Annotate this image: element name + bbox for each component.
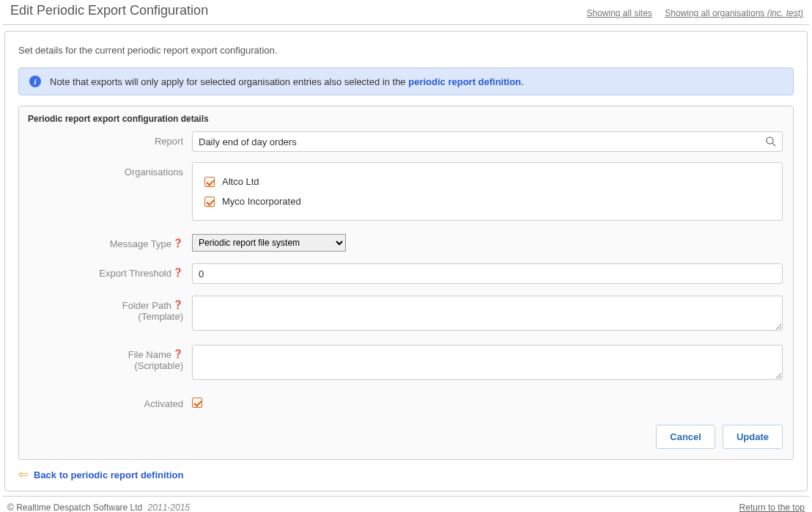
checkbox-icon[interactable] <box>204 197 215 207</box>
row-report: Report <box>19 128 793 155</box>
activated-checkbox[interactable] <box>192 398 202 408</box>
label-organisations: Organisations <box>29 162 188 178</box>
main-panel: Set details for the current periodic rep… <box>4 31 808 491</box>
organisations-box: Altco Ltd Myco Incorporated <box>192 162 783 221</box>
footer-copyright: © Realtime Despatch Software Ltd <box>7 502 142 512</box>
export-threshold-input[interactable] <box>192 263 783 284</box>
form-legend: Periodic report export configuration det… <box>19 106 793 128</box>
row-organisations: Organisations Altco Ltd Myco Incorporate… <box>19 159 793 224</box>
organisation-item: Myco Incorporated <box>204 191 770 211</box>
info-after: . <box>521 76 524 87</box>
back-row: ⇦ Back to periodic report definition <box>15 460 797 483</box>
footer-left: © Realtime Despatch Software Ltd 2011-20… <box>7 502 190 512</box>
organisation-label: Myco Incorporated <box>222 196 301 207</box>
info-box: i Note that exports will only apply for … <box>18 67 794 95</box>
button-row: Cancel Update <box>19 413 793 449</box>
label-folder-path: Folder Path❓ (Template) <box>29 296 188 322</box>
page-footer: © Realtime Despatch Software Ltd 2011-20… <box>3 496 809 512</box>
organisation-label: Altco Ltd <box>222 176 259 187</box>
return-to-top-link[interactable]: Return to the top <box>739 502 805 512</box>
svg-point-0 <box>767 137 773 144</box>
report-input[interactable] <box>192 131 783 152</box>
update-button[interactable]: Update <box>723 425 783 449</box>
label-file-name: File Name❓ (Scriptable) <box>29 345 188 371</box>
search-icon[interactable] <box>765 136 777 147</box>
label-export-threshold: Export Threshold❓ <box>29 263 188 279</box>
link-showing-all-sites[interactable]: Showing all sites <box>586 8 652 18</box>
message-type-select[interactable]: Periodic report file system <box>192 234 346 252</box>
row-message-type: Message Type❓ Periodic report file syste… <box>19 231 793 255</box>
svg-line-1 <box>772 143 775 146</box>
cancel-button[interactable]: Cancel <box>656 425 715 449</box>
help-icon[interactable]: ❓ <box>173 300 183 309</box>
intro-text: Set details for the current periodic rep… <box>18 45 794 56</box>
help-icon[interactable]: ❓ <box>173 268 183 277</box>
folder-path-input[interactable] <box>192 296 783 331</box>
label-report: Report <box>29 131 188 147</box>
link-orgs-text: Showing all organisations <box>665 8 764 18</box>
row-export-threshold: Export Threshold❓ <box>19 260 793 287</box>
header-quick-links: Showing all sites Showing all organisati… <box>576 8 803 18</box>
checkbox-icon[interactable] <box>204 177 215 187</box>
back-link[interactable]: Back to periodic report definition <box>34 469 183 480</box>
info-text: Note that exports will only apply for se… <box>50 76 524 87</box>
info-before: Note that exports will only apply for se… <box>50 76 408 87</box>
row-activated: Activated <box>19 391 793 413</box>
label-message-type: Message Type❓ <box>29 234 188 249</box>
page-title: Edit Periodic Export Configuration <box>10 3 208 18</box>
help-icon[interactable]: ❓ <box>173 349 183 358</box>
help-icon[interactable]: ❓ <box>173 238 183 247</box>
footer-years: 2011-2015 <box>148 502 190 512</box>
organisation-item: Altco Ltd <box>204 172 770 191</box>
link-periodic-report-definition[interactable]: periodic report definition <box>408 76 521 87</box>
row-file-name: File Name❓ (Scriptable) <box>19 342 793 385</box>
form-panel: Periodic report export configuration det… <box>18 106 794 460</box>
link-orgs-suffix: (inc. test) <box>767 8 803 18</box>
label-activated: Activated <box>29 394 188 409</box>
row-folder-path: Folder Path❓ (Template) <box>19 293 793 336</box>
page-header: Edit Periodic Export Configuration Showi… <box>3 0 809 25</box>
file-name-input[interactable] <box>192 345 783 380</box>
info-icon: i <box>29 76 41 87</box>
link-showing-all-organisations[interactable]: Showing all organisations (inc. test) <box>665 8 803 18</box>
back-arrow-icon: ⇦ <box>18 469 28 480</box>
